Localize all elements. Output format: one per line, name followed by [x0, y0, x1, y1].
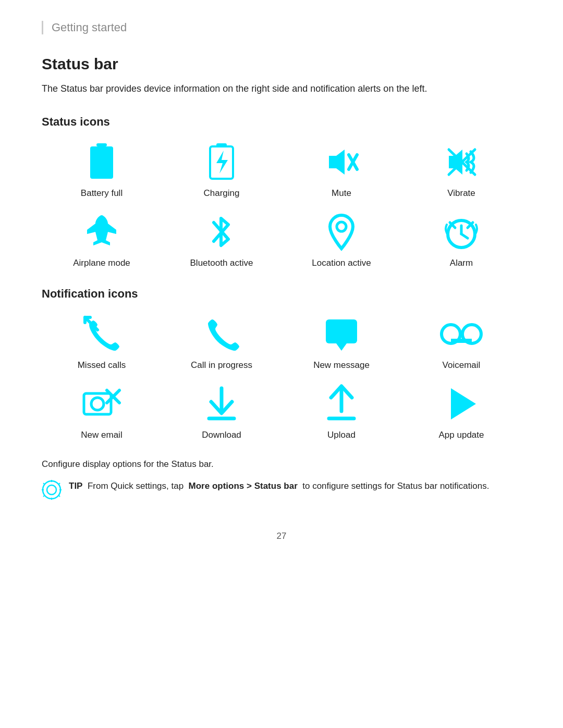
notification-icon-upload: Upload: [282, 383, 401, 440]
status-icon-airplane: Airplane mode: [42, 211, 162, 268]
notification-icon-voicemail: Voicemail: [401, 313, 521, 371]
tip-section: TIP From Quick settings, tap More option…: [42, 479, 521, 500]
vibrate-icon: [440, 141, 482, 183]
upload-icon: [321, 383, 362, 425]
notification-icon-app-update: App update: [401, 383, 521, 440]
status-icons-title: Status icons: [42, 115, 521, 129]
notification-icon-new-message: New message: [282, 313, 401, 371]
status-icon-bluetooth: Bluetooth active: [162, 211, 282, 268]
missed-calls-icon: [81, 313, 123, 355]
svg-marker-31: [451, 388, 476, 419]
svg-line-41: [43, 495, 45, 497]
status-icon-alarm: Alarm: [401, 211, 521, 268]
svg-point-33: [47, 485, 56, 495]
breadcrumb: Getting started: [42, 21, 521, 34]
svg-rect-1: [90, 146, 113, 179]
tip-icon: [42, 480, 62, 500]
status-icons-grid: Battery full Charging Mute: [42, 141, 521, 268]
notification-icons-grid: Missed calls Call in progress New messag…: [42, 313, 521, 440]
airplane-icon: [81, 211, 123, 253]
svg-line-39: [58, 495, 60, 497]
svg-marker-5: [329, 150, 345, 175]
configure-text: Configure display options for the Status…: [42, 459, 521, 470]
alarm-icon: [440, 211, 482, 253]
status-icon-charging: Charging: [162, 141, 282, 199]
status-icon-location: Location active: [282, 211, 401, 268]
notification-icon-new-email: New email: [42, 383, 162, 440]
bluetooth-icon: [201, 211, 242, 253]
page-title: Status bar: [42, 55, 521, 73]
voicemail-icon: [440, 313, 482, 355]
status-icon-vibrate: Vibrate: [401, 141, 521, 199]
svg-rect-0: [96, 143, 107, 146]
new-message-icon: [321, 313, 362, 355]
app-update-icon: [440, 383, 482, 425]
status-icon-battery-full: Battery full: [42, 141, 162, 199]
battery-full-icon: [81, 141, 123, 183]
page-number: 27: [42, 531, 521, 541]
svg-line-38: [43, 483, 45, 485]
new-email-icon: [81, 383, 123, 425]
svg-point-32: [43, 481, 60, 499]
mute-icon: [321, 141, 362, 183]
svg-point-11: [337, 222, 346, 231]
location-icon: [321, 211, 362, 253]
section-description: The Status bar provides device informati…: [42, 81, 521, 96]
tip-text: TIP From Quick settings, tap More option…: [69, 479, 489, 493]
tip-prefix: TIP: [69, 481, 82, 491]
svg-marker-19: [336, 343, 347, 351]
tip-bold: More options > Status bar: [189, 481, 298, 491]
svg-marker-4: [216, 151, 228, 174]
notification-icon-missed-calls: Missed calls: [42, 313, 162, 371]
svg-point-24: [91, 398, 104, 410]
download-icon: [201, 383, 242, 425]
call-progress-icon: [201, 313, 242, 355]
svg-rect-22: [451, 339, 472, 343]
notification-icons-title: Notification icons: [42, 287, 521, 301]
charging-icon: [201, 141, 242, 183]
svg-line-40: [58, 483, 60, 485]
svg-rect-18: [326, 319, 357, 343]
notification-icon-download: Download: [162, 383, 282, 440]
svg-line-14: [461, 234, 468, 238]
notification-icon-call-progress: Call in progress: [162, 313, 282, 371]
status-icon-mute: Mute: [282, 141, 401, 199]
